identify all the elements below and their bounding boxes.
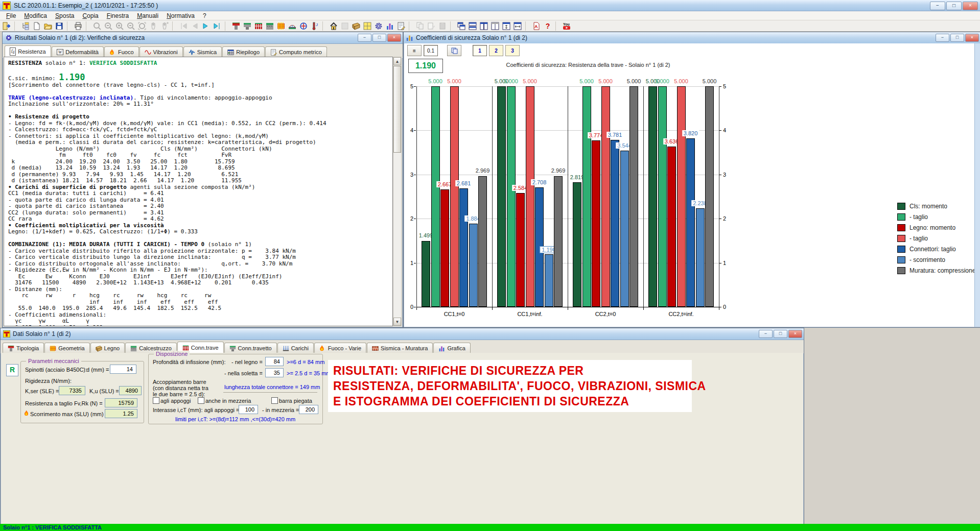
- maximize-button[interactable]: □: [946, 2, 962, 10]
- agli-appoggi-checkbox[interactable]: [153, 397, 159, 404]
- toolbar-print-button[interactable]: [73, 21, 84, 31]
- toolbar-section-slab-gray-button[interactable]: [264, 21, 275, 31]
- d-input[interactable]: [110, 365, 136, 374]
- toolbar-new-doc-button[interactable]: [31, 21, 42, 31]
- ku-input[interactable]: [119, 386, 142, 395]
- chart-close-button[interactable]: ×: [965, 34, 979, 42]
- barra-piegata-checkbox[interactable]: [271, 397, 278, 404]
- chart-minimize-button[interactable]: −: [936, 34, 949, 42]
- toolbar-bridge-button[interactable]: [287, 21, 298, 31]
- tab-grafica[interactable]: Grafica: [433, 343, 470, 353]
- grid-lines-button[interactable]: ≡: [407, 45, 422, 56]
- kser-input[interactable]: [59, 386, 85, 395]
- home-icon: [330, 22, 338, 30]
- chart-bar: [440, 189, 449, 307]
- toolbar-exit-button[interactable]: [1, 21, 12, 31]
- toolbar-win-fit-h-button[interactable]: [512, 21, 523, 31]
- toolbar-window-tile-button[interactable]: [362, 21, 373, 31]
- anche-in-mezzeria-checkbox[interactable]: [198, 397, 204, 404]
- tab-tipologia[interactable]: Tipologia: [3, 343, 44, 353]
- legend-item: - taglio: [897, 233, 975, 244]
- nel-legno-input[interactable]: [265, 357, 284, 366]
- toolbar-section-grid-red-button[interactable]: [253, 21, 264, 31]
- tab-sismica[interactable]: Sismica: [183, 46, 222, 57]
- tab-geometria[interactable]: Geometria: [44, 343, 89, 353]
- scroll-thumb[interactable]: [393, 66, 401, 153]
- toolbar-youtube-button[interactable]: You: [561, 21, 572, 31]
- interasse-input[interactable]: [239, 405, 258, 414]
- scroll-down-arrow[interactable]: ▼: [393, 318, 401, 326]
- toolbar-win-tile-h-button[interactable]: [467, 21, 478, 31]
- toolbar-gear-button[interactable]: [373, 21, 384, 31]
- menu-item-manuali[interactable]: Manuali: [133, 12, 162, 20]
- toolbar-help-button[interactable]: ?: [542, 21, 553, 31]
- toolbar-wood-button[interactable]: [351, 21, 362, 31]
- toolbar-thermometer-button[interactable]: J: [309, 21, 320, 31]
- toolbar-tree-button[interactable]: [20, 21, 31, 31]
- menu-item-modifica[interactable]: Modifica: [20, 12, 51, 20]
- toolbar-nav-last-button[interactable]: [212, 21, 223, 31]
- results-scrollbar[interactable]: ▲ ▼: [393, 57, 402, 326]
- nella-soletta-input[interactable]: [265, 368, 284, 377]
- wood-icon: [352, 22, 360, 30]
- chart-restore-button[interactable]: □: [950, 34, 964, 42]
- chart-page-3-button[interactable]: 3: [505, 45, 520, 56]
- tab-sismica-muratura[interactable]: Sismica - Muratura: [367, 343, 433, 353]
- menu-item-sposta[interactable]: Sposta: [51, 12, 78, 20]
- toolbar-home-button[interactable]: [328, 21, 339, 31]
- toolbar-win-cascade-button[interactable]: [456, 21, 467, 31]
- tab-resistenza[interactable]: fdResistenza: [5, 45, 51, 57]
- toolbar-pdf-button[interactable]: A: [531, 21, 542, 31]
- toolbar-save-button[interactable]: [54, 21, 65, 31]
- menu-bar: FileModificaSpostaCopiaFinestraManualiNo…: [0, 11, 980, 20]
- menu-item-?[interactable]: ?: [199, 12, 211, 20]
- tab-vibrazioni[interactable]: Vibrazioni: [139, 46, 183, 57]
- tab-conn-travetto[interactable]: Conn.travetto: [224, 343, 277, 353]
- tab-legno[interactable]: Legno: [90, 343, 125, 353]
- toolbar-win-fit-v-button[interactable]: [501, 21, 512, 31]
- toolbar-open-folder-button[interactable]: [42, 21, 54, 31]
- results-banner: RISULTATI: VERIFICHE DI SICUREZZA PERRES…: [328, 360, 692, 412]
- scorrimento-input[interactable]: [105, 409, 137, 418]
- menu-item-copia[interactable]: Copia: [78, 12, 102, 20]
- fvrk-input[interactable]: [105, 398, 137, 407]
- menu-item-file[interactable]: File: [2, 12, 20, 20]
- data-minimize-button[interactable]: −: [759, 330, 773, 338]
- chart-page-2-button[interactable]: 2: [489, 45, 503, 56]
- close-button[interactable]: ×: [963, 2, 978, 10]
- toolbar-win-split-button[interactable]: [489, 21, 501, 31]
- toolbar-bar-chart-button[interactable]: [384, 21, 395, 31]
- data-restore-button[interactable]: □: [774, 330, 787, 338]
- scroll-up-arrow[interactable]: ▲: [393, 57, 401, 65]
- tab-deformabilit-[interactable]: WDeformabilità: [52, 46, 104, 57]
- decimal-precision-button[interactable]: 0.1: [424, 45, 438, 56]
- chart-page-1-button[interactable]: 1: [473, 45, 487, 56]
- toolbar-notes-button[interactable]: [395, 21, 407, 31]
- results-minimize-button[interactable]: −: [358, 34, 371, 42]
- results-restore-button[interactable]: □: [372, 34, 386, 42]
- tab-fuoco[interactable]: Fuoco: [104, 46, 139, 57]
- data-close-button[interactable]: ×: [788, 330, 802, 338]
- toolbar-section-mesh-button[interactable]: [275, 21, 287, 31]
- toolbar-zoom-out-button: [125, 21, 136, 31]
- toolbar-nav-next-button[interactable]: [200, 21, 212, 31]
- tab-computo-metrico[interactable]: Computo metrico: [265, 46, 327, 57]
- results-titlebar: Risultati Solaio n° 1 (di 2): Verifiche …: [3, 32, 403, 44]
- toolbar-compass-button[interactable]: [298, 21, 309, 31]
- menu-item-finestra[interactable]: Finestra: [103, 12, 133, 20]
- toolbar-section-slab-green-button[interactable]: [242, 21, 253, 31]
- copy-chart-button[interactable]: [447, 45, 461, 56]
- y-axis-label: 3: [404, 172, 413, 178]
- chart-right-scrollstrip[interactable]: [974, 43, 980, 327]
- tab-fuoco-varie[interactable]: Fuoco - Varie: [314, 343, 366, 353]
- r-button[interactable]: R: [6, 364, 18, 376]
- tab-carichi[interactable]: Carichi: [277, 343, 314, 353]
- mezzeria-input[interactable]: [299, 405, 318, 414]
- toolbar-pan-plus-button: [159, 21, 170, 31]
- results-close-button[interactable]: ×: [387, 34, 401, 42]
- toolbar-win-tile-v-button[interactable]: [478, 21, 489, 31]
- tab-riepilogo[interactable]: Riepilogo: [222, 46, 265, 57]
- toolbar-section-t-red-button[interactable]: [230, 21, 242, 31]
- minimize-button[interactable]: −: [930, 2, 945, 10]
- menu-item-normativa[interactable]: Normativa: [162, 12, 199, 20]
